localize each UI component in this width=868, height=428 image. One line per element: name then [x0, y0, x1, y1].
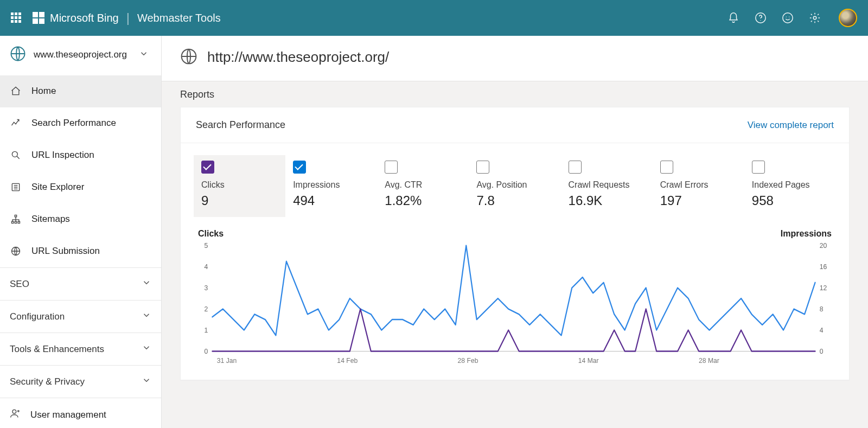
globe-icon: [180, 48, 197, 67]
metric-checkbox[interactable]: [385, 161, 398, 174]
brand-divider: |: [126, 10, 130, 25]
metric-value: 958: [752, 193, 828, 208]
svg-text:2: 2: [205, 305, 208, 314]
user-icon: [10, 408, 21, 421]
globe-icon: [10, 46, 26, 63]
chevron-down-icon: [142, 310, 151, 323]
metric-checkbox[interactable]: [660, 161, 673, 174]
svg-text:12: 12: [820, 284, 827, 292]
metric-clicks[interactable]: Clicks9: [194, 155, 285, 217]
svg-point-4: [789, 17, 789, 17]
svg-text:4: 4: [205, 263, 208, 271]
view-complete-report-link[interactable]: View complete report: [748, 120, 834, 131]
chart-area: Clicks Impressions 01234504812162031 Jan…: [181, 222, 849, 380]
help-icon[interactable]: [754, 11, 767, 24]
svg-text:16: 16: [820, 263, 827, 271]
nav-search-performance[interactable]: Search Performance: [0, 107, 161, 139]
user-avatar[interactable]: [839, 9, 857, 27]
svg-text:5: 5: [205, 242, 208, 250]
nav-label: URL Submission: [31, 246, 100, 257]
nav-user-management[interactable]: User management: [0, 398, 161, 426]
nav-url-inspection[interactable]: URL Inspection: [0, 139, 161, 171]
metric-label: Avg. CTR: [385, 180, 461, 190]
list-icon: [10, 181, 22, 193]
chevron-down-icon: [142, 343, 151, 355]
nav-label: Site Explorer: [31, 182, 84, 193]
product-name: Webmaster Tools: [137, 12, 221, 24]
nav-group-seo[interactable]: SEO: [0, 267, 161, 300]
metric-checkbox[interactable]: [752, 161, 765, 174]
topbar: Microsoft Bing | Webmaster Tools: [0, 0, 868, 36]
home-icon: [10, 85, 22, 97]
nav-label: User management: [30, 410, 106, 420]
sidebar: www.theseoproject.org Home Search Perfor…: [0, 36, 162, 428]
search-icon: [10, 149, 22, 161]
section-title: Reports: [162, 81, 868, 107]
notifications-icon[interactable]: [727, 11, 740, 24]
svg-text:28 Feb: 28 Feb: [458, 357, 478, 365]
page-header: http://www.theseoproject.org/: [162, 36, 868, 81]
line-chart: 01234504812162031 Jan14 Feb28 Feb14 Mar2…: [196, 242, 834, 367]
metric-checkbox[interactable]: [201, 161, 214, 174]
metric-checkbox[interactable]: [476, 161, 489, 174]
nav-group-tools[interactable]: Tools & Enhancements: [0, 333, 161, 365]
nav-group-configuration[interactable]: Configuration: [0, 300, 161, 333]
metric-checkbox[interactable]: [293, 161, 306, 174]
metric-impressions[interactable]: Impressions494: [285, 155, 377, 217]
svg-point-2: [783, 13, 793, 23]
metric-crawl_errors[interactable]: Crawl Errors197: [653, 155, 744, 217]
svg-text:1: 1: [205, 326, 208, 334]
brand-name: Microsoft Bing: [50, 12, 119, 24]
svg-text:0: 0: [205, 347, 208, 355]
settings-icon[interactable]: [808, 11, 821, 24]
svg-rect-12: [18, 221, 20, 223]
nav-group-label: Configuration: [10, 311, 65, 322]
page-url: http://www.theseoproject.org/: [207, 49, 389, 66]
metric-label: Clicks: [201, 180, 278, 190]
metric-label: Crawl Errors: [660, 180, 737, 190]
metric-checkbox[interactable]: [569, 161, 582, 174]
site-selector[interactable]: www.theseoproject.org: [0, 36, 161, 75]
metric-avg_position[interactable]: Avg. Position7.8: [469, 155, 560, 217]
svg-text:31 Jan: 31 Jan: [217, 357, 237, 365]
nav-label: Sitemaps: [31, 214, 70, 225]
chevron-down-icon: [142, 375, 151, 388]
svg-text:14 Mar: 14 Mar: [578, 357, 599, 365]
nav-group-security[interactable]: Security & Privacy: [0, 365, 161, 398]
metric-value: 1.82%: [385, 193, 461, 208]
svg-rect-9: [15, 215, 16, 217]
app-launcher-icon[interactable]: [11, 12, 22, 23]
svg-text:3: 3: [205, 284, 208, 292]
feedback-icon[interactable]: [781, 11, 794, 24]
nav-home[interactable]: Home: [0, 75, 161, 107]
nav-site-explorer[interactable]: Site Explorer: [0, 171, 161, 203]
svg-point-3: [786, 17, 787, 17]
chart-left-axis-title: Clicks: [198, 229, 224, 239]
nav-group-label: SEO: [10, 279, 29, 290]
metric-value: 7.8: [476, 193, 553, 208]
metric-label: Indexed Pages: [752, 180, 828, 190]
svg-text:20: 20: [820, 242, 827, 250]
metric-avg_ctr[interactable]: Avg. CTR1.82%: [377, 155, 469, 217]
metric-value: 494: [293, 193, 369, 208]
nav-group-label: Tools & Enhancements: [10, 344, 104, 355]
svg-text:14 Feb: 14 Feb: [337, 357, 358, 365]
svg-point-5: [813, 16, 816, 20]
nav-url-submission[interactable]: URL Submission: [0, 235, 161, 267]
svg-text:8: 8: [820, 305, 824, 314]
svg-point-15: [18, 411, 20, 412]
svg-point-1: [760, 20, 761, 21]
nav-label: URL Inspection: [31, 150, 94, 161]
svg-text:0: 0: [820, 347, 824, 355]
nav-sitemaps[interactable]: Sitemaps: [0, 203, 161, 235]
chevron-down-icon: [139, 49, 149, 60]
chart-right-axis-title: Impressions: [781, 229, 832, 239]
metric-indexed_pages[interactable]: Indexed Pages958: [744, 155, 836, 217]
svg-point-7: [12, 151, 17, 157]
metric-crawl_requests[interactable]: Crawl Requests16.9K: [561, 155, 653, 217]
metric-value: 16.9K: [569, 193, 645, 208]
search-performance-card: Search Performance View complete report …: [180, 107, 850, 380]
metric-value: 9: [201, 193, 278, 208]
metric-label: Impressions: [293, 180, 369, 190]
svg-text:28 Mar: 28 Mar: [699, 357, 719, 365]
